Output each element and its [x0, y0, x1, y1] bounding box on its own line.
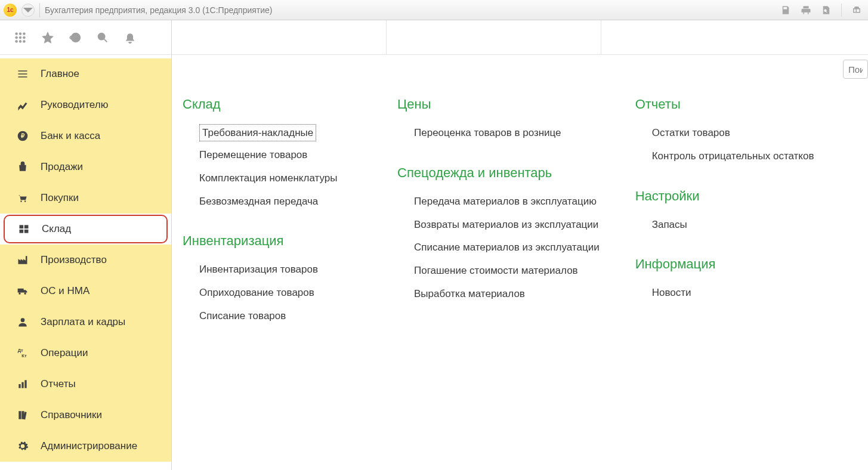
nav-label: Покупки [41, 192, 79, 204]
nav-production[interactable]: Производство [0, 245, 171, 276]
content-area: Склад Требования-накладные Перемещение т… [172, 20, 868, 470]
svg-text:₽: ₽ [21, 132, 25, 139]
link-stocks[interactable]: Запасы [652, 214, 814, 237]
person-icon [16, 315, 30, 329]
nav-label: Склад [42, 223, 71, 235]
nav-label: Отчеты [41, 378, 76, 390]
nav-hr[interactable]: Зарплата и кадры [0, 307, 171, 338]
link-neg-balance[interactable]: Контроль отрицательных остатков [652, 145, 814, 168]
nav-admin[interactable]: Администрирование [0, 431, 171, 462]
section-title-warehouse: Склад [183, 97, 362, 112]
link-move-goods[interactable]: Перемещение товаров [199, 144, 362, 167]
gear-icon [16, 439, 30, 453]
nav-label: Справочники [41, 409, 102, 421]
link-bundle[interactable]: Комплектация номенклатуры [199, 167, 362, 190]
ruble-icon: ₽ [16, 129, 30, 143]
nav-label: Зарплата и кадры [41, 316, 125, 328]
truck-icon [16, 284, 30, 298]
history-icon[interactable] [68, 30, 82, 45]
nav-sales[interactable]: Продажи [0, 151, 171, 183]
apps-icon[interactable] [13, 30, 27, 45]
books-icon [16, 408, 30, 422]
nav-label: Банк и касса [41, 130, 100, 142]
link-output-mat[interactable]: Выработка материалов [414, 283, 600, 306]
column-1: Склад Требования-накладные Перемещение т… [183, 97, 362, 348]
svg-rect-15 [20, 230, 24, 233]
chart-line-icon [16, 98, 30, 112]
nav-assets[interactable]: ОС и НМА [0, 276, 171, 307]
star-icon[interactable] [41, 30, 55, 45]
save-icon[interactable] [778, 2, 793, 18]
svg-point-4 [19, 36, 21, 39]
tabs-strip [172, 20, 868, 55]
link-news[interactable]: Новости [652, 282, 814, 305]
search-input[interactable] [843, 60, 868, 79]
separator [841, 4, 842, 17]
section-title-inventory: Инвентаризация [183, 233, 362, 249]
title-bar: 1с Бухгалтерия предприятия, редакция 3.0… [0, 0, 868, 20]
svg-point-2 [23, 32, 26, 35]
tab[interactable] [172, 20, 387, 54]
column-2: Цены Переоценка товаров в рознице Спецод… [397, 97, 600, 348]
nav-manager[interactable]: Руководителю [0, 89, 171, 120]
nav-label: ОС и НМА [41, 285, 89, 297]
nav-catalogs[interactable]: Справочники [0, 400, 171, 431]
svg-rect-13 [20, 225, 24, 228]
link-inventory[interactable]: Инвентаризация товаров [199, 258, 362, 282]
link-return-mat[interactable]: Возвраты материалов из эксплуатации [414, 214, 600, 237]
nav-bank[interactable]: ₽ Банк и касса [0, 120, 171, 151]
dtkt-icon: ДтКт [16, 346, 30, 360]
search-icon[interactable] [95, 30, 110, 45]
calc-icon[interactable] [849, 2, 864, 18]
nav-main[interactable]: Главное [0, 58, 171, 89]
section-title-workwear: Спецодежда и инвентарь [397, 165, 600, 181]
svg-point-1 [19, 32, 21, 35]
tab[interactable] [387, 20, 601, 54]
menu-icon [16, 67, 30, 81]
link-transfer-mat[interactable]: Передача материалов в эксплуатацию [414, 190, 600, 214]
svg-point-10 [98, 33, 105, 39]
link-repay-mat[interactable]: Погашение стоимости материалов [414, 259, 600, 283]
preview-icon[interactable] [818, 2, 834, 18]
link-writeoff[interactable]: Списание товаров [199, 305, 362, 328]
nav-purchases[interactable]: Покупки [0, 183, 171, 214]
nav-label: Производство [41, 254, 107, 266]
sidebar: Главное Руководителю ₽ Банк и касса Прод… [0, 20, 172, 470]
section-title-settings: Настройки [635, 188, 814, 204]
nav-reports[interactable]: Отчеты [0, 369, 171, 400]
print-icon[interactable] [798, 2, 814, 18]
link-receipt[interactable]: Оприходование товаров [199, 282, 362, 305]
nav-label: Продажи [41, 161, 83, 173]
link-writeoff-mat[interactable]: Списание материалов из эксплуатации [414, 236, 600, 259]
bell-icon[interactable] [123, 30, 137, 45]
nav-warehouse[interactable]: Склад [4, 215, 168, 243]
svg-point-6 [16, 40, 18, 42]
svg-point-3 [16, 36, 18, 39]
section-panels: Склад Требования-накладные Перемещение т… [172, 79, 868, 366]
svg-point-17 [21, 318, 25, 322]
section-title-reports: Отчеты [635, 97, 814, 112]
svg-rect-21 [21, 382, 23, 388]
nav-label: Главное [41, 68, 79, 80]
sidebar-toolbar [0, 20, 171, 55]
app-logo: 1с [4, 4, 17, 17]
boxes-icon [17, 222, 31, 236]
link-stock-balance[interactable]: Остатки товаров [652, 122, 814, 145]
svg-text:Кт: Кт [21, 353, 27, 358]
svg-rect-20 [18, 384, 20, 388]
section-title-info: Информация [635, 256, 814, 272]
svg-rect-22 [24, 380, 26, 388]
svg-point-7 [19, 40, 21, 42]
svg-point-8 [23, 40, 26, 42]
link-free-transfer[interactable]: Безвозмездная передача [199, 190, 362, 214]
section-title-prices: Цены [397, 97, 600, 112]
bag-icon [16, 160, 30, 174]
nav-operations[interactable]: ДтКт Операции [0, 338, 171, 369]
nav-list: Главное Руководителю ₽ Банк и касса Прод… [0, 55, 171, 462]
dropdown-button[interactable] [21, 4, 35, 17]
nav-label: Администрирование [41, 440, 137, 452]
link-requirements[interactable]: Требования-накладные [199, 124, 316, 141]
bars-icon [16, 377, 30, 391]
column-3: Отчеты Остатки товаров Контроль отрицате… [635, 97, 814, 348]
link-revaluation[interactable]: Переоценка товаров в рознице [414, 122, 600, 145]
